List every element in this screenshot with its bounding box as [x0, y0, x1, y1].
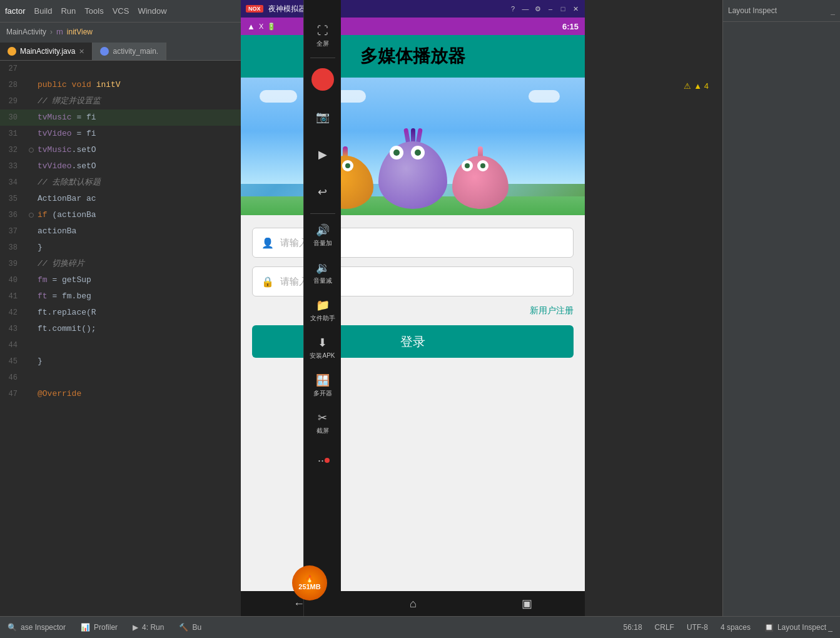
help-btn[interactable]: ? — [509, 4, 517, 13]
indent: 4 spaces — [714, 623, 757, 632]
birds-container — [317, 128, 509, 215]
tab-main-activity[interactable]: MainActivity.java ✕ — [0, 43, 93, 60]
run-icon: ▶ — [133, 623, 138, 632]
app-title: 多媒体播放器 — [360, 44, 465, 68]
app-header: 多媒体播放器 — [241, 35, 585, 78]
play-btn[interactable]: ▶ — [306, 136, 339, 173]
bottom-bar-right: 56:18 CRLF UTF-8 4 spaces 🔲 Layout Inspe… — [617, 617, 840, 639]
rotate-btn[interactable]: ↩ — [306, 173, 339, 211]
app-form: 👤 请输入账号 🔒 请输入密码 新用户注册 登录 — [241, 215, 585, 591]
install-apk-icon: ⬇ — [318, 336, 327, 350]
tab-activity-xml[interactable]: activity_main. — [93, 43, 166, 60]
breadcrumb-main-activity[interactable]: MainActivity — [6, 28, 46, 36]
layout-inspect-bottom-tab[interactable]: 🔲 Layout Inspect _ — [757, 617, 840, 639]
dash-btn[interactable]: — — [521, 4, 530, 13]
layout-inspect-bottom-label: Layout Inspect _ — [777, 623, 832, 632]
settings-btn[interactable]: ⚙ — [534, 4, 542, 13]
record-btn[interactable] — [306, 61, 339, 98]
menu-vcs[interactable]: VCS — [113, 6, 129, 16]
home-btn[interactable]: ⌂ — [410, 597, 417, 610]
minimize-btn[interactable]: – — [546, 4, 555, 13]
right-panel: Layout Inspect _ — [722, 0, 840, 638]
username-field[interactable]: 👤 请输入账号 — [252, 228, 574, 258]
menu-run[interactable]: Run — [61, 6, 76, 16]
window-controls: ? — ⚙ – □ ✕ — [509, 4, 580, 13]
file-helper-label: 文件助手 — [310, 314, 335, 323]
build-icon: 🔨 — [179, 623, 188, 632]
memory-amount: 251MB — [298, 583, 320, 591]
rotate-icon: ↩ — [318, 185, 327, 199]
tab-activity-xml-label: activity_main. — [113, 47, 158, 56]
breadcrumb-sep1: › — [50, 28, 53, 36]
tab-java-icon — [8, 47, 16, 56]
volume-down-icon: 🔉 — [316, 261, 330, 275]
emulator-window: NOX 夜神模拟器 7.0.2.6 ? — ⚙ – □ ✕ ▲ X 🔋 6:15… — [241, 0, 585, 616]
file-helper-icon: 📁 — [316, 298, 330, 312]
scissors-icon: ✂ — [318, 411, 327, 425]
multi-open-icon: 🪟 — [316, 373, 330, 387]
encoding: UTF-8 — [681, 623, 714, 632]
fullscreen-icon: ⛶ — [317, 24, 328, 38]
close-btn[interactable]: ✕ — [571, 4, 580, 13]
notification-dot — [325, 458, 330, 463]
battery-icon: 🔋 — [267, 23, 276, 31]
recents-btn[interactable]: ▣ — [522, 597, 532, 610]
volume-down-btn[interactable]: 🔉 音量减 — [306, 254, 339, 291]
fullscreen-btn[interactable]: ⛶ 全屏 — [306, 18, 339, 55]
pink-eye-l — [462, 160, 473, 171]
base-inspector-tab[interactable]: 🔍 ase Inspector — [0, 617, 73, 639]
tab-main-close[interactable]: ✕ — [79, 48, 84, 56]
emulator-bottom-nav: ← ⌂ ▣ — [241, 591, 585, 616]
user-icon: 👤 — [261, 237, 274, 249]
bird-purple — [378, 141, 447, 209]
orange-eye-r — [342, 160, 353, 171]
menu-tools[interactable]: Tools — [84, 6, 103, 16]
line-col: 56:18 — [617, 623, 649, 632]
volume-down-label: 音量减 — [313, 276, 332, 285]
install-apk-btn[interactable]: ⬇ 安装APK — [306, 329, 339, 367]
volume-up-btn[interactable]: 🔊 音量加 — [306, 216, 339, 254]
wifi-icon: ▲ — [247, 22, 255, 31]
multi-open-label: 多开器 — [313, 389, 332, 398]
screenshot2-btn[interactable]: ✂ 截屏 — [306, 404, 339, 442]
purple-eye-l — [390, 146, 403, 160]
profiler-tab[interactable]: 📊 Profiler — [73, 617, 125, 639]
warning-badge[interactable]: ⚠ ▲ 4 — [684, 81, 709, 91]
bird-pink-wrap — [452, 146, 509, 209]
more-btn[interactable]: ··· — [306, 442, 339, 479]
sidebar-sep-2 — [310, 213, 335, 214]
emulator-sidebar: ⛶ 全屏 📷 ▶ ↩ 🔊 音量加 🔉 音量减 📁 文件助手 ⬇ 安装APK 🪟 … — [303, 0, 341, 616]
app-image — [241, 78, 585, 215]
record-icon — [311, 68, 334, 91]
bird-purple-wrap — [378, 128, 447, 209]
app-content: 多媒体播放器 — [241, 35, 585, 591]
run-label: 4: Run — [142, 623, 164, 632]
emulator-time: 6:15 — [562, 22, 579, 31]
menu-factor[interactable]: factor — [5, 6, 26, 16]
pink-eye-r — [477, 160, 488, 171]
nox-logo: NOX — [246, 5, 263, 13]
install-apk-label: 安装APK — [310, 352, 335, 360]
tab-main-activity-label: MainActivity.java — [20, 47, 75, 56]
profiler-label: Profiler — [94, 623, 118, 632]
crlf: CRLF — [649, 623, 681, 632]
login-button[interactable]: 登录 — [252, 325, 574, 358]
profiler-icon: 📊 — [81, 623, 90, 632]
breadcrumb-method[interactable]: initView — [67, 28, 93, 36]
password-field[interactable]: 🔒 请输入密码 — [252, 266, 574, 296]
camera-icon: 📷 — [316, 110, 330, 124]
maximize-btn[interactable]: □ — [559, 4, 567, 13]
build-tab[interactable]: 🔨 Bu — [171, 617, 209, 639]
menu-build[interactable]: Build — [34, 6, 53, 16]
menu-window[interactable]: Window — [138, 6, 166, 16]
file-helper-btn[interactable]: 📁 文件助手 — [306, 291, 339, 329]
register-link[interactable]: 新用户注册 — [252, 305, 574, 316]
bottom-bar: 🔍 ase Inspector 📊 Profiler ▶ 4: Run 🔨 Bu… — [0, 616, 840, 638]
layout-inspect-close[interactable]: _ — [831, 6, 835, 15]
emulator-statusbar: ▲ X 🔋 6:15 — [241, 18, 585, 35]
run-tab[interactable]: ▶ 4: Run — [125, 617, 171, 639]
screenshot-btn[interactable]: 📷 — [306, 98, 339, 136]
memory-badge[interactable]: 🔥 251MB — [292, 565, 327, 600]
right-panel-header: Layout Inspect _ — [723, 0, 840, 22]
multi-open-btn[interactable]: 🪟 多开器 — [306, 367, 339, 404]
